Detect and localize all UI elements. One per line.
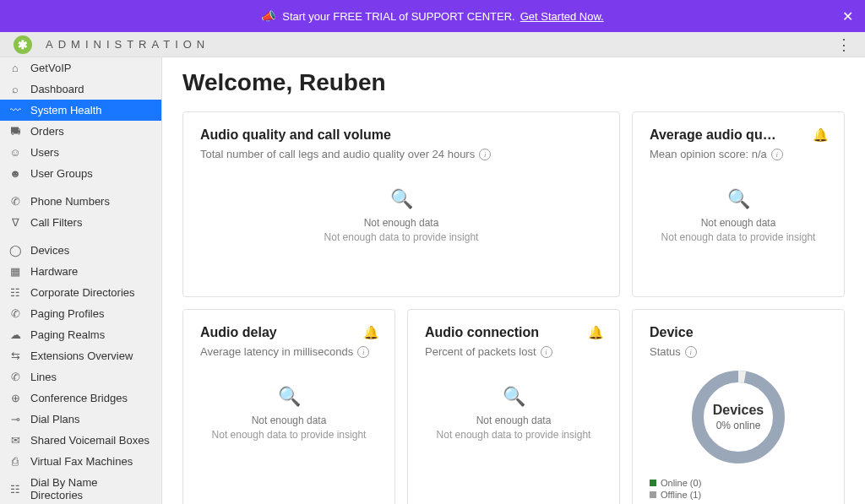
nav-label: Conference Bridges: [30, 392, 128, 404]
close-icon[interactable]: ✕: [842, 8, 853, 24]
bell-icon[interactable]: 🔔: [363, 325, 379, 340]
nav-label: Phone Numbers: [30, 195, 110, 208]
sidebar-item-hardware[interactable]: ▦Hardware: [0, 261, 161, 282]
nav-label: Shared Voicemail Boxes: [30, 434, 150, 447]
card-avg-audio: 🔔 Average audio qu… Mean opinion score: …: [632, 111, 845, 297]
bell-icon[interactable]: 🔔: [588, 325, 604, 340]
card-title: Average audio qu…: [650, 127, 827, 143]
search-icon: 🔍: [278, 386, 301, 408]
sidebar[interactable]: ⌂GetVoIP⌕Dashboard〰System Health⛟Orders☺…: [0, 57, 162, 504]
card-audio-connection: 🔔 Audio connection Percent of packets lo…: [407, 309, 620, 504]
card-subtitle: Average latency in milliseconds i: [200, 345, 378, 358]
nav-label: Dial Plans: [30, 413, 80, 425]
sidebar-item-paging-realms[interactable]: ☁Paging Realms: [0, 324, 161, 345]
search-icon: 🔍: [390, 188, 413, 210]
sidebar-item-dial-plans[interactable]: ⊸Dial Plans: [0, 409, 161, 430]
sidebar-item-dial-by-name-directories[interactable]: ☷Dial By Name Directories: [0, 472, 161, 504]
banner-link[interactable]: Get Started Now.: [520, 10, 604, 23]
sidebar-item-user-groups[interactable]: ☻User Groups: [0, 163, 161, 184]
device-donut-chart: Devices 0% online: [688, 366, 789, 468]
info-icon[interactable]: i: [685, 346, 697, 358]
topbar: ✱ ADMINISTRATION ⋮: [0, 32, 865, 57]
sidebar-item-paging-profiles[interactable]: ✆Paging Profiles: [0, 303, 161, 324]
info-icon[interactable]: i: [771, 149, 783, 160]
sidebar-item-conference-bridges[interactable]: ⊕Conference Bridges: [0, 387, 161, 409]
card-subtitle: Percent of packets lost i: [425, 345, 602, 358]
legend-dot-online: [650, 480, 656, 486]
sidebar-item-corporate-directories[interactable]: ☷Corporate Directories: [0, 282, 161, 303]
nav-label: Users: [30, 146, 59, 159]
main-content: Welcome, Reuben Audio quality and call v…: [162, 57, 865, 504]
sidebar-item-devices[interactable]: ◯Devices: [0, 240, 161, 261]
nav-label: Devices: [30, 244, 69, 257]
sidebar-item-shared-voicemail-boxes[interactable]: ✉Shared Voicemail Boxes: [0, 430, 161, 451]
nav-icon: ☷: [8, 286, 22, 299]
sidebar-item-getvoip[interactable]: ⌂GetVoIP: [0, 57, 161, 79]
sidebar-item-extensions-overview[interactable]: ⇆Extensions Overview: [0, 345, 161, 366]
card-subtitle: Mean opinion score: n/a i: [650, 148, 827, 160]
empty-state: 🔍 Not enough data Not enough data to pro…: [650, 160, 827, 270]
nav-label: User Groups: [30, 167, 93, 180]
info-icon[interactable]: i: [479, 149, 491, 160]
nav-icon: ☁: [8, 328, 22, 341]
nav-label: Paging Realms: [30, 328, 105, 341]
sidebar-item-phone-numbers[interactable]: ✆Phone Numbers: [0, 191, 161, 212]
sidebar-item-dashboard[interactable]: ⌕Dashboard: [0, 79, 161, 100]
info-icon[interactable]: i: [357, 346, 369, 358]
nav-icon: ✆: [8, 371, 22, 383]
nav-label: Hardware: [30, 265, 78, 278]
info-icon[interactable]: i: [541, 346, 552, 358]
sidebar-item-call-filters[interactable]: ∇Call Filters: [0, 212, 161, 233]
card-title: Device: [650, 325, 827, 340]
nav-icon: 〰: [8, 104, 22, 117]
search-icon: 🔍: [727, 188, 750, 210]
nav-icon: ⇆: [8, 350, 22, 362]
nav-icon: ⎙: [8, 455, 22, 468]
legend-dot-offline: [650, 491, 656, 498]
empty-state: 🔍 Not enough data Not enough data to pro…: [200, 160, 602, 270]
sidebar-item-orders[interactable]: ⛟Orders: [0, 121, 161, 142]
nav-icon: ✆: [8, 195, 22, 208]
card-audio-delay: 🔔 Audio delay Average latency in millise…: [182, 309, 395, 504]
banner-text: Start your FREE TRIAL of SUPPORT CENTER.: [282, 10, 514, 23]
nav-icon: ◯: [8, 244, 22, 257]
empty-state: 🔍 Not enough data Not enough data to pro…: [425, 358, 602, 468]
nav-icon: ∇: [8, 216, 22, 229]
nav-icon: ☻: [8, 167, 22, 180]
nav-label: Lines: [30, 371, 57, 383]
logo-icon[interactable]: ✱: [14, 35, 32, 54]
nav-label: Call Filters: [30, 216, 82, 229]
sidebar-item-users[interactable]: ☺Users: [0, 142, 161, 163]
nav-label: Paging Profiles: [30, 307, 104, 320]
megaphone-icon: 📣: [261, 9, 275, 23]
card-audio-quality: Audio quality and call volume Total numb…: [182, 111, 620, 297]
search-icon: 🔍: [503, 386, 525, 408]
sidebar-item-system-health[interactable]: 〰System Health: [0, 100, 161, 121]
nav-label: GetVoIP: [30, 62, 71, 74]
nav-label: Dashboard: [30, 83, 84, 95]
donut-title: Devices: [713, 403, 764, 418]
nav-icon: ✉: [8, 434, 22, 447]
donut-sub: 0% online: [716, 420, 761, 431]
card-device: Device Status i Devices 0% online: [632, 309, 845, 504]
bell-icon[interactable]: 🔔: [813, 127, 829, 143]
nav-icon: ☷: [8, 483, 22, 496]
empty-state: 🔍 Not enough data Not enough data to pro…: [200, 358, 378, 468]
nav-label: Dial By Name Directories: [30, 476, 153, 501]
card-subtitle: Total number of call legs and audio qual…: [200, 148, 602, 160]
device-legend: Online (0) Offline (1): [650, 478, 701, 501]
nav-label: Corporate Directories: [30, 286, 135, 299]
card-subtitle: Status i: [650, 345, 827, 358]
page-title: Welcome, Reuben: [182, 69, 845, 96]
more-icon[interactable]: ⋮: [836, 37, 851, 52]
nav-icon: ⊕: [8, 392, 22, 404]
nav-icon: ▦: [8, 265, 22, 278]
promo-banner: 📣 Start your FREE TRIAL of SUPPORT CENTE…: [0, 0, 865, 32]
nav-icon: ✆: [8, 307, 22, 320]
nav-icon: ⛟: [8, 125, 22, 138]
sidebar-item-virtual-fax-machines[interactable]: ⎙Virtual Fax Machines: [0, 451, 161, 472]
nav-label: System Health: [30, 104, 102, 117]
nav-icon: ⌕: [8, 83, 22, 95]
card-title: Audio delay: [200, 325, 378, 340]
sidebar-item-lines[interactable]: ✆Lines: [0, 366, 161, 387]
